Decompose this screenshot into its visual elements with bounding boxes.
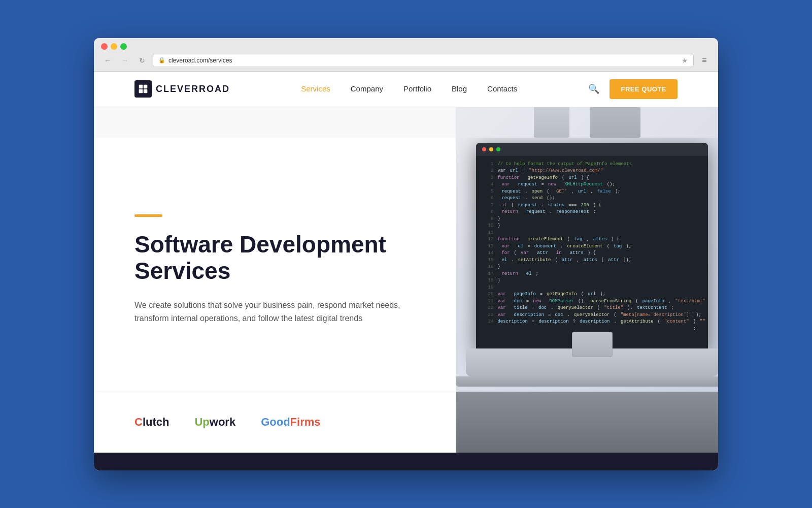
logo-link[interactable]: CLEVERROAD (134, 80, 230, 98)
minimize-button[interactable] (111, 43, 117, 50)
desk-item-2 (590, 107, 640, 138)
screen-dot-yellow (489, 147, 493, 151)
hero-section: Software Development Services We create … (94, 138, 718, 392)
nav-item-contacts[interactable]: Contacts (487, 84, 517, 93)
clutch-logo[interactable]: Clutch (134, 416, 169, 429)
nav-link-portfolio[interactable]: Portfolio (403, 84, 431, 93)
browser-window: ← → ↻ 🔒 cleveroad.com/services ★ ≡ (94, 38, 718, 470)
svg-rect-1 (144, 85, 148, 89)
back-button[interactable]: ← (101, 54, 114, 67)
pre-hero-strip (94, 107, 718, 138)
laptop-touchpad (572, 332, 613, 357)
search-icon[interactable]: 🔍 (588, 83, 599, 94)
traffic-lights (101, 43, 127, 50)
website-content: CLEVERROAD Services Company Portfolio Bl… (94, 72, 718, 470)
hero-title: Software Development Services (134, 231, 415, 285)
logo-text: CLEVERROAD (156, 84, 230, 94)
laptop-base (456, 376, 718, 387)
nav-link-services[interactable]: Services (301, 84, 330, 93)
nav-link-company[interactable]: Company (351, 84, 383, 93)
logo-svg (138, 84, 148, 94)
hero-accent-bar (134, 214, 162, 217)
goodfirms-logo[interactable]: GoodFirms (261, 416, 320, 429)
pre-hero-right (456, 107, 718, 138)
logo-icon (134, 80, 152, 98)
laptop-screen: 1// to help format the output of PageInf… (476, 143, 708, 351)
close-button[interactable] (101, 43, 108, 50)
browser-menu-button[interactable]: ≡ (698, 54, 711, 67)
goodfirms-firms: Firms (290, 416, 321, 428)
laptop-body (466, 348, 718, 376)
address-bar[interactable]: 🔒 cleveroad.com/services ★ (153, 54, 694, 67)
pre-hero-left (94, 107, 456, 138)
footer-strip (94, 453, 718, 470)
browser-titlebar (101, 43, 711, 50)
nav-item-services[interactable]: Services (301, 84, 330, 93)
svg-rect-3 (144, 89, 148, 93)
maximize-button[interactable] (120, 43, 127, 50)
hero-content: Software Development Services We create … (94, 138, 456, 392)
main-navigation: CLEVERROAD Services Company Portfolio Bl… (94, 72, 718, 107)
upwork-work: work (210, 416, 235, 428)
forward-button[interactable]: → (118, 54, 131, 67)
svg-rect-2 (139, 89, 143, 93)
nav-link-blog[interactable]: Blog (452, 84, 467, 93)
browser-chrome: ← → ↻ 🔒 cleveroad.com/services ★ ≡ (94, 38, 718, 72)
screen-dot-green (496, 147, 500, 151)
svg-rect-0 (139, 85, 143, 89)
screen-dot-red (482, 147, 486, 151)
laptop-mockup: 1// to help format the output of PageInf… (456, 138, 718, 392)
hero-subtitle: We create solutions that solve your busi… (134, 299, 415, 325)
free-quote-button[interactable]: FREE QUOTE (610, 79, 678, 99)
clutch-c: C (134, 416, 143, 428)
address-text: cleveroad.com/services (168, 57, 232, 64)
upwork-logo[interactable]: Upwork (194, 416, 235, 429)
nav-actions: 🔍 FREE QUOTE (588, 79, 678, 99)
refresh-button[interactable]: ↻ (136, 54, 149, 67)
nav-links: Services Company Portfolio Blog Contacts (301, 84, 517, 93)
code-content: 1// to help format the output of PageInf… (476, 156, 708, 351)
hero-image: 1// to help format the output of PageInf… (456, 138, 718, 392)
lock-icon: 🔒 (158, 57, 165, 64)
bookmark-button[interactable]: ★ (682, 56, 688, 65)
browser-toolbar: ← → ↻ 🔒 cleveroad.com/services ★ ≡ (101, 54, 711, 67)
clutch-text: lutch (143, 416, 170, 428)
nav-item-blog[interactable]: Blog (452, 84, 467, 93)
nav-link-contacts[interactable]: Contacts (487, 84, 517, 93)
partners-logos: Clutch Upwork GoodFirms (94, 392, 456, 453)
nav-item-portfolio[interactable]: Portfolio (403, 84, 431, 93)
upwork-up: Up (194, 416, 209, 428)
goodfirms-good: Good (261, 416, 290, 428)
screen-bar (476, 143, 708, 156)
partners-image (456, 392, 718, 453)
desk-item-1 (534, 107, 569, 138)
partners-section: Clutch Upwork GoodFirms (94, 392, 718, 453)
nav-item-company[interactable]: Company (351, 84, 383, 93)
